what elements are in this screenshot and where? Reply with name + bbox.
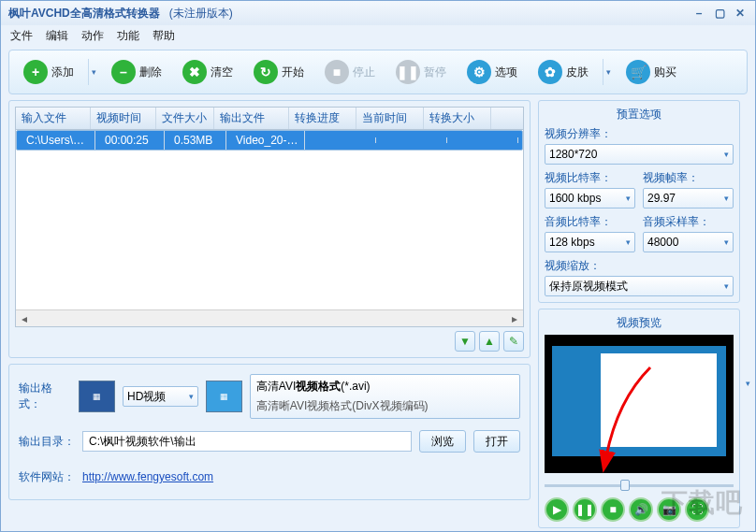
scroll-right-icon[interactable]: ▸ [506,312,523,325]
table-row[interactable]: C:\Users\pc\.. 00:00:25 0.53MB Video_20-… [16,130,523,151]
output-dir-input[interactable]: C:\枫叶视频软件\输出 [82,431,412,452]
snapshot-button[interactable]: 📷 [657,497,681,522]
title-bar: 枫叶AVCHD全高清格式转换器 (未注册版本) – ▢ ✕ [1,1,755,25]
options-button[interactable]: ⚙选项 [458,56,526,88]
unregistered-label: (未注册版本) [169,6,233,22]
edit-button[interactable]: ✎ [503,331,524,352]
table-header: 输入文件 视频时间 文件大小 输出文件 转换进度 当前时间 转换大小 [16,108,523,130]
stop-icon: ■ [325,60,349,84]
add-dropdown[interactable]: ▾ [88,59,99,85]
close-icon[interactable]: ✕ [733,7,748,20]
vbitrate-label: 视频比特率： [545,170,635,186]
asample-label: 音频采样率： [643,214,734,230]
clear-button[interactable]: ✖清空 [174,56,241,88]
pencil-icon: ✎ [509,335,518,348]
maximize-icon[interactable]: ▢ [712,7,727,20]
dir-label: 输出目录： [19,434,75,450]
menu-action[interactable]: 动作 [81,28,104,44]
menu-bar: 文件 编辑 动作 功能 帮助 [1,25,755,46]
col-vtime[interactable]: 视频时间 [91,108,156,129]
chevron-down-icon: ▾ [189,392,194,401]
volume-button[interactable]: 🔊 [629,497,653,522]
menu-edit[interactable]: 编辑 [46,28,68,44]
format-title: 高清AVI视频格式(*.avi) [256,379,371,395]
profile-thumb: ▦ [79,381,115,412]
stop-button: ■停止 [316,56,384,88]
vbitrate-select[interactable]: 1600 kbps▾ [545,188,635,208]
format-select[interactable]: 高清AVI视频格式(*.avi) 高清晰AVI视频格式(DivX视频编码) ▾ [250,374,520,419]
buy-button[interactable]: 🛒购买 [618,56,685,88]
resolution-select[interactable]: 1280*720▾ [545,144,734,165]
skin-icon: ✿ [538,60,562,84]
pause-button: ❚❚暂停 [387,56,455,88]
h-scrollbar[interactable]: ◂ ▸ [16,309,523,326]
preview-title: 视频预览 [545,315,734,331]
move-up-button[interactable]: ▲ [479,331,500,352]
preview-panel: 视频预览 ▶ ❚❚ ■ 🔊 📷 ⛶ [538,309,740,528]
file-list-panel: 输入文件 视频时间 文件大小 输出文件 转换进度 当前时间 转换大小 C:\Us… [8,100,531,358]
seek-slider[interactable] [545,479,734,492]
chevron-down-icon: ▾ [724,237,729,247]
scale-label: 视频缩放： [545,258,734,274]
site-link[interactable]: http://www.fengyesoft.com [82,470,213,483]
pause-icon: ❚❚ [396,60,420,84]
col-size[interactable]: 文件大小 [156,108,214,129]
move-down-button[interactable]: ▼ [455,331,475,352]
scale-select[interactable]: 保持原视频模式▾ [545,276,734,296]
col-progress[interactable]: 转换进度 [289,108,356,129]
res-label: 视频分辨率： [545,126,734,142]
start-button[interactable]: ↻开始 [245,56,313,88]
output-panel: 输出格式： ▦ HD视频▾ ▦ 高清AVI视频格式(*.avi) 高清晰AVI视… [8,364,531,500]
cart-icon: 🛒 [626,60,650,84]
fps-select[interactable]: 29.97▾ [643,188,734,208]
pause-icon: ❚❚ [575,503,594,516]
app-title: 枫叶AVCHD全高清格式转换器 [8,6,160,22]
expand-icon: ⛶ [691,503,703,516]
col-output[interactable]: 输出文件 [214,108,289,129]
chevron-down-icon: ▾ [626,194,631,203]
profile-select[interactable]: HD视频▾ [123,386,198,407]
format-desc: 高清晰AVI视频格式(DivX视频编码) [256,398,429,414]
clear-icon: ✖ [182,60,207,84]
stop-icon: ■ [609,503,616,516]
menu-help[interactable]: 帮助 [153,28,175,44]
camera-icon: 📷 [662,503,676,516]
browse-button[interactable]: 浏览 [419,430,466,453]
col-curtime[interactable]: 当前时间 [356,108,424,129]
chevron-down-icon: ▾ [724,194,729,203]
format-label: 输出格式： [19,381,71,412]
menu-function[interactable]: 功能 [117,28,139,44]
chevron-down-icon: ▾ [626,237,631,247]
arrow-up-icon: ▲ [484,335,495,348]
stop-preview-button[interactable]: ■ [601,497,625,522]
play-icon: ▶ [553,503,561,516]
chevron-down-icon: ▾ [724,281,729,291]
pause-preview-button[interactable]: ❚❚ [573,497,597,522]
chevron-down-icon: ▾ [724,150,729,159]
volume-icon: 🔊 [634,503,648,516]
arrow-down-icon: ▼ [459,335,471,348]
col-input[interactable]: 输入文件 [16,108,91,129]
minimize-icon[interactable]: – [691,7,706,20]
menu-file[interactable]: 文件 [10,28,33,44]
fps-label: 视频帧率： [643,170,734,186]
preview-viewport [545,335,734,473]
toolbar: +添加 ▾ –删除 ✖清空 ↻开始 ■停止 ❚❚暂停 ⚙选项 ✿皮肤 ▾ 🛒购买 [8,50,748,94]
add-button[interactable]: +添加 [15,56,82,88]
minus-icon: – [111,60,136,84]
annotation-arrow [599,363,655,466]
scroll-left-icon[interactable]: ◂ [16,312,33,325]
abitrate-select[interactable]: 128 kbps▾ [545,232,635,252]
col-convsize[interactable]: 转换大小 [424,108,491,129]
play-button[interactable]: ▶ [545,497,569,522]
fullscreen-button[interactable]: ⛶ [685,497,709,522]
tools-icon: ⚙ [467,60,491,84]
refresh-icon: ↻ [254,60,278,84]
skin-button[interactable]: ✿皮肤 [530,56,597,88]
plus-icon: + [23,60,48,84]
asample-select[interactable]: 48000▾ [643,232,734,252]
open-button[interactable]: 打开 [473,430,520,453]
skin-dropdown[interactable]: ▾ [603,59,614,85]
format-thumb: ▦ [206,381,242,412]
delete-button[interactable]: –删除 [103,56,170,88]
